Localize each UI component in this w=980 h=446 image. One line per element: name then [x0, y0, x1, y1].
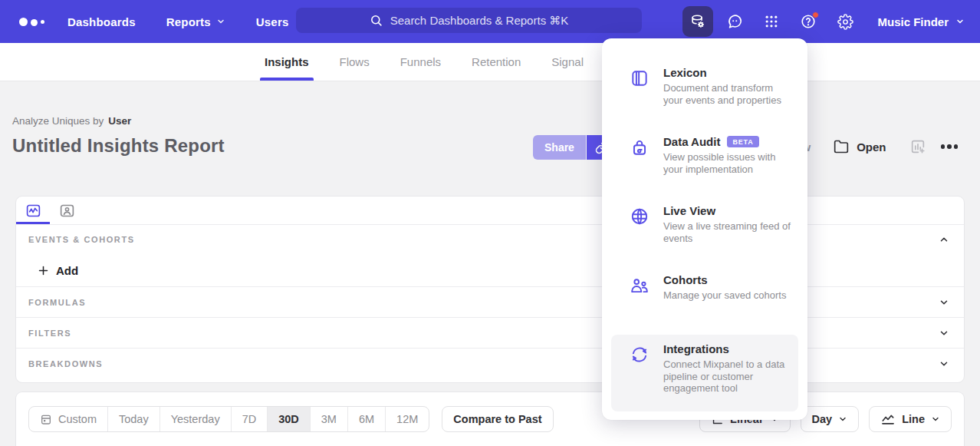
topbar-actions: Music Finder [676, 0, 965, 43]
menu-item-live-view[interactable]: Live View View a live streaming feed of … [611, 197, 798, 266]
report-actions: New Open [787, 138, 959, 155]
range-today[interactable]: Today [107, 407, 159, 431]
menu-title: Cohorts [663, 273, 708, 286]
profiles-view-tab[interactable] [50, 197, 84, 224]
chart-toolbar: Custom Today Yesterday 7D 30D 3M 6M 12M … [15, 391, 965, 446]
topbar: Dashboards Reports Users Search Dashboar… [0, 0, 980, 43]
tab-label: Funnels [400, 55, 441, 68]
range-label: 3M [321, 413, 337, 425]
search-icon [370, 14, 383, 27]
add-to-dashboard-button[interactable] [909, 138, 926, 155]
menu-description: Document and transform your events and p… [663, 82, 791, 106]
nav-users-label: Users [256, 15, 289, 28]
line-chart-icon [880, 411, 896, 427]
feedback-button[interactable] [719, 6, 750, 37]
query-builder-card: EVENTS & COHORTS Add FORMULAS FILTERS BR… [15, 196, 965, 383]
nav-reports-label: Reports [166, 15, 211, 28]
chevron-up-icon[interactable] [939, 234, 949, 245]
chart-type-label: Line [902, 413, 925, 425]
menu-item-data-audit[interactable]: Data Audit BETA View possible issues wit… [611, 127, 798, 197]
nav-dashboards[interactable]: Dashboards [67, 15, 136, 28]
tab-signal[interactable]: Signal [550, 43, 585, 81]
page-title[interactable]: Untitled Insights Report [12, 135, 225, 157]
section-filters[interactable]: FILTERS [16, 317, 964, 348]
section-label: FORMULAS [28, 298, 86, 307]
breadcrumb[interactable]: Analyze Uniques byUser [12, 115, 131, 127]
menu-description: View possible issues with your implement… [663, 151, 791, 175]
user-profile-icon [59, 203, 75, 219]
nav-dashboards-label: Dashboards [67, 15, 136, 28]
mixpanel-logo-icon[interactable] [19, 18, 44, 26]
feedback-icon [726, 13, 743, 30]
chart-type-dropdown[interactable]: Line [869, 406, 952, 432]
chevron-down-icon [838, 415, 847, 424]
lexicon-icon [630, 68, 649, 91]
tab-retention[interactable]: Retention [470, 43, 522, 81]
range-6m[interactable]: 6M [347, 407, 385, 431]
tab-funnels[interactable]: Funnels [399, 43, 442, 81]
section-formulas[interactable]: FORMULAS [16, 286, 964, 317]
range-label: 7D [242, 413, 257, 425]
settings-button[interactable] [830, 6, 860, 37]
range-12m[interactable]: 12M [385, 407, 429, 431]
primary-nav: Dashboards Reports Users [67, 15, 288, 28]
apps-grid-button[interactable] [756, 6, 787, 37]
menu-title: Lexicon [663, 66, 707, 79]
query-view-tabs [16, 197, 964, 225]
menu-title: Integrations [663, 342, 729, 355]
help-button[interactable] [793, 6, 824, 37]
chevron-down-icon [931, 415, 940, 424]
events-view-tab[interactable] [16, 197, 50, 224]
beta-badge: BETA [727, 136, 758, 147]
compare-label: Compare to Past [453, 413, 541, 425]
nav-reports[interactable]: Reports [166, 15, 225, 28]
chevron-down-icon[interactable] [939, 328, 949, 339]
range-label: Custom [58, 413, 97, 425]
share-button[interactable]: Share [533, 135, 586, 160]
range-3m[interactable]: 3M [310, 407, 347, 431]
report-tabs: Insights Flows Funnels Retention Signal … [0, 43, 980, 81]
project-name: Music Finder [877, 15, 949, 28]
range-label: Yesterday [171, 413, 220, 425]
nav-users[interactable]: Users [256, 15, 289, 28]
insights-chart-icon [25, 203, 41, 219]
menu-description: View a live streaming feed of events [663, 220, 791, 244]
more-options-button[interactable] [939, 141, 960, 152]
tab-label: Flows [340, 55, 370, 68]
range-custom[interactable]: Custom [29, 407, 107, 431]
data-management-button[interactable] [682, 6, 713, 37]
section-breakdowns[interactable]: BREAKDOWNS [16, 348, 964, 378]
project-switcher[interactable]: Music Finder [877, 15, 965, 28]
menu-item-lexicon[interactable]: Lexicon Document and transform your even… [611, 58, 798, 127]
chevron-down-icon[interactable] [939, 297, 949, 308]
data-management-icon [689, 13, 706, 30]
search-input[interactable]: Search Dashboards & Reports ⌘K [296, 8, 642, 33]
calendar-icon [40, 413, 52, 425]
compare-to-past-button[interactable]: Compare to Past [442, 406, 553, 432]
range-30d[interactable]: 30D [267, 407, 310, 431]
menu-description: Connect Mixpanel to a data pipeline or c… [663, 358, 791, 395]
cohorts-icon [630, 276, 649, 299]
open-report-button[interactable]: Open [834, 139, 886, 154]
menu-item-integrations[interactable]: Integrations Connect Mixpanel to a data … [611, 335, 798, 411]
open-label: Open [857, 140, 886, 154]
date-range-segmented: Custom Today Yesterday 7D 30D 3M 6M 12M [28, 406, 429, 432]
breadcrumb-prefix: Analyze Uniques by [12, 115, 104, 127]
tab-label: Signal [551, 55, 584, 68]
menu-description: Manage your saved cohorts [663, 289, 786, 302]
tab-flows[interactable]: Flows [338, 43, 371, 81]
chevron-down-icon [955, 17, 965, 26]
section-events-cohorts[interactable]: EVENTS & COHORTS [16, 225, 964, 254]
tab-insights[interactable]: Insights [263, 43, 311, 81]
range-yesterday[interactable]: Yesterday [159, 407, 231, 431]
section-label: BREAKDOWNS [28, 359, 103, 368]
range-7d[interactable]: 7D [231, 407, 268, 431]
breadcrumb-entity[interactable]: User [108, 115, 131, 127]
chevron-down-icon[interactable] [939, 358, 949, 369]
chevron-down-icon [216, 17, 225, 26]
share-label: Share [544, 141, 574, 154]
add-event-button[interactable]: Add [38, 264, 78, 277]
menu-title: Live View [663, 204, 715, 217]
menu-item-cohorts[interactable]: Cohorts Manage your saved cohorts [611, 266, 798, 335]
interval-dropdown[interactable]: Day [801, 406, 860, 432]
